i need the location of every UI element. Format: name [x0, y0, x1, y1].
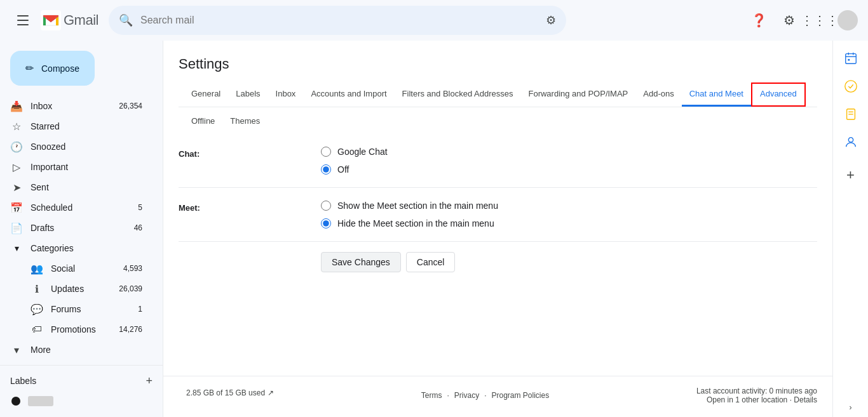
label-name: [28, 396, 53, 406]
settings-subtabs: Offline Themes: [179, 107, 817, 134]
keep-app-icon[interactable]: [838, 102, 864, 127]
search-icon: 🔍: [119, 13, 133, 27]
topbar: Gmail 🔍 ⚙ ❓ ⚙ ⋮⋮⋮: [0, 0, 868, 41]
gmail-logo: Gmail: [41, 10, 98, 30]
search-bar[interactable]: 🔍 ⚙: [109, 6, 566, 35]
svg-point-6: [844, 81, 856, 92]
promotions-count: 14,276: [119, 325, 142, 334]
settings-tabs: General Labels Inbox Accounts and Import…: [179, 83, 817, 107]
chevron-down-icon: ▾: [10, 344, 23, 356]
inbox-icon: 📥: [10, 100, 23, 112]
tab-forwarding[interactable]: Forwarding and POP/IMAP: [520, 83, 635, 107]
apps-button[interactable]: ⋮⋮⋮: [807, 8, 832, 33]
forums-count: 1: [138, 305, 142, 314]
meet-options: Show the Meet section in the main menu H…: [321, 201, 498, 228]
sidebar-item-scheduled[interactable]: 📅 Scheduled 5: [0, 197, 153, 218]
sidebar-item-promotions[interactable]: 🏷 Promotions 14,276: [0, 319, 153, 340]
chevron-down-icon: ▾: [10, 243, 23, 253]
sidebar-item-label: Promotions: [51, 324, 111, 334]
cancel-button[interactable]: Cancel: [406, 252, 456, 272]
forums-icon: 💬: [31, 303, 43, 315]
tab-offline[interactable]: Offline: [184, 110, 222, 134]
add-app-button[interactable]: +: [838, 162, 864, 188]
sidebar-item-drafts[interactable]: 📄 Drafts 46: [0, 218, 153, 238]
labels-title: Labels: [10, 376, 36, 386]
drafts-count: 46: [134, 223, 142, 232]
sidebar-item-sent[interactable]: ➤ Sent: [0, 177, 153, 197]
details-link[interactable]: Details: [794, 395, 817, 404]
storage-text: 2.85 GB of 15 GB used ↗: [186, 388, 274, 397]
tab-inbox[interactable]: Inbox: [268, 83, 304, 107]
tab-accounts[interactable]: Accounts and Import: [303, 83, 394, 107]
meet-label: Meet:: [179, 201, 306, 213]
sidebar-item-inbox[interactable]: 📥 Inbox 26,354: [0, 96, 153, 116]
tab-labels[interactable]: Labels: [228, 83, 268, 107]
storage-info: 2.85 GB of 15 GB used ↗: [179, 388, 274, 397]
sidebar-item-label: Scheduled: [31, 202, 130, 213]
settings-title: Settings: [179, 56, 817, 72]
search-input[interactable]: [140, 15, 538, 26]
hamburger-menu[interactable]: [10, 8, 36, 33]
tab-advanced[interactable]: Advanced: [751, 83, 806, 107]
privacy-link[interactable]: Privacy: [454, 391, 479, 400]
sidebar-item-snoozed[interactable]: 🕐 Snoozed: [0, 136, 153, 157]
sidebar-item-updates[interactable]: ℹ Updates 26,039: [0, 279, 153, 299]
meet-hide-radio[interactable]: [321, 218, 331, 228]
open-location-link[interactable]: Open in 1 other location: [707, 395, 787, 404]
sidebar-item-more[interactable]: ▾ More: [0, 340, 153, 360]
settings-button[interactable]: ⚙: [776, 8, 802, 33]
inbox-count: 26,354: [119, 102, 142, 110]
sidebar-item-social[interactable]: 👥 Social 4,593: [0, 258, 153, 279]
expand-sidebar-button[interactable]: ›: [850, 403, 852, 412]
tab-general[interactable]: General: [184, 83, 228, 107]
chat-off-option[interactable]: Off: [321, 164, 388, 175]
settings-body: Chat: Google Chat Off Meet:: [163, 134, 832, 376]
social-count: 4,593: [123, 264, 142, 273]
divider: [0, 365, 163, 366]
meet-show-radio[interactable]: [321, 201, 331, 211]
compose-button[interactable]: ✏ Compose: [10, 51, 95, 86]
sidebar-item-label: Inbox: [31, 101, 111, 111]
compose-label: Compose: [41, 63, 79, 74]
updates-count: 26,039: [119, 284, 142, 293]
tab-themes[interactable]: Themes: [222, 110, 268, 134]
meet-hide-option[interactable]: Hide the Meet section in the main menu: [321, 218, 498, 228]
terms-link[interactable]: Terms: [421, 391, 442, 400]
important-icon: ▷: [10, 161, 23, 173]
avatar[interactable]: [837, 10, 858, 30]
labels-section-header: Labels +: [0, 371, 163, 391]
settings-content: Settings General Labels Inbox Accounts a…: [163, 41, 832, 417]
chat-options: Google Chat Off: [321, 147, 388, 175]
chat-section: Chat: Google Chat Off: [179, 134, 817, 188]
social-icon: 👥: [31, 263, 43, 275]
program-policies-link[interactable]: Program Policies: [491, 391, 549, 400]
tab-filters[interactable]: Filters and Blocked Addresses: [395, 83, 521, 107]
open-storage-icon[interactable]: ↗: [268, 388, 274, 397]
calendar-app-icon[interactable]: [838, 46, 864, 71]
chat-google-option[interactable]: Google Chat: [321, 147, 388, 157]
add-label-button[interactable]: +: [146, 374, 153, 388]
filter-icon[interactable]: ⚙: [546, 13, 556, 27]
sidebar-item-label: More: [31, 345, 142, 355]
sidebar-item-important[interactable]: ▷ Important: [0, 157, 153, 177]
sidebar-item-label: Drafts: [31, 223, 126, 233]
sidebar-item-label: Updates: [51, 284, 111, 294]
sidebar-item-forums[interactable]: 💬 Forums 1: [0, 299, 153, 319]
chat-google-label: Google Chat: [337, 147, 388, 157]
last-activity-text: Last account activity: 0 minutes ago: [696, 387, 817, 395]
help-button[interactable]: ❓: [746, 8, 771, 33]
tab-addons[interactable]: Add-ons: [635, 83, 681, 107]
tasks-app-icon[interactable]: [838, 74, 864, 99]
chat-off-radio[interactable]: [321, 164, 331, 175]
sidebar-item-starred[interactable]: ☆ Starred: [0, 116, 153, 136]
sidebar-item-label: Forums: [51, 304, 130, 314]
tab-chat[interactable]: Chat and Meet: [682, 83, 751, 107]
meet-show-option[interactable]: Show the Meet section in the main menu: [321, 201, 498, 211]
settings-header: Settings General Labels Inbox Accounts a…: [163, 41, 832, 134]
categories-header[interactable]: ▾ Categories: [0, 238, 163, 258]
action-bar: Save Changes Cancel: [179, 242, 817, 288]
chat-google-radio[interactable]: [321, 147, 331, 157]
contacts-app-icon[interactable]: [838, 129, 864, 155]
sidebar-item-label[interactable]: [0, 391, 153, 411]
save-button[interactable]: Save Changes: [321, 252, 401, 272]
